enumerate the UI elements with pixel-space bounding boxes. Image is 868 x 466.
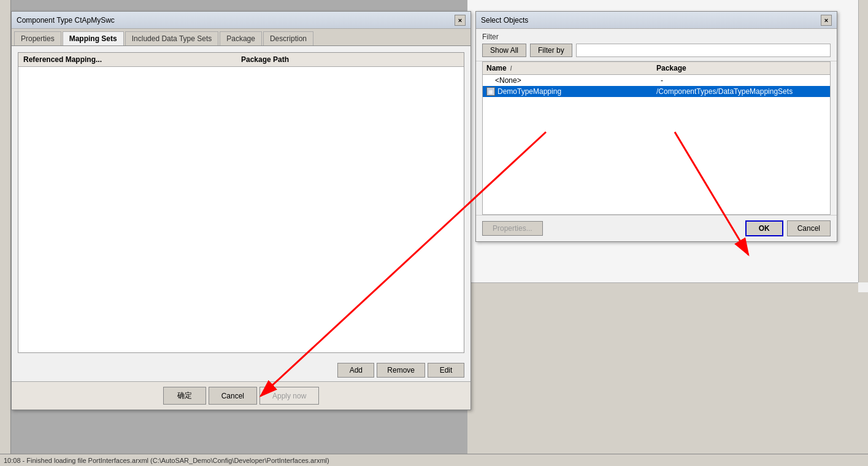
col-name-header: Name / (486, 64, 656, 72)
cancel-select-button[interactable]: Cancel (787, 220, 831, 236)
status-bar: 10:08 - Finished loading file PortInterf… (0, 454, 868, 466)
obj-row-pkg-selected: /ComponentTypes/DataTypeMappingSets (656, 87, 826, 96)
select-objects-titlebar: Select Objects × (476, 12, 837, 29)
component-dialog-titlebar: Component Type CtApMySwc × (12, 12, 470, 29)
obj-row-pkg: - (661, 76, 826, 85)
obj-row-name-selected: ▦ DemoTypeMapping (486, 87, 656, 96)
table-row[interactable]: ▦ DemoTypeMapping /ComponentTypes/DataTy… (483, 86, 830, 97)
filter-row: Show All Filter by (482, 44, 831, 57)
select-objects-title: Select Objects (481, 16, 528, 25)
tab-properties[interactable]: Properties (14, 31, 61, 45)
edit-button[interactable]: Edit (428, 363, 464, 378)
select-objects-close-button[interactable]: × (821, 15, 832, 26)
bottom-area: ◀ ▶ Sheet1 (467, 292, 868, 466)
apply-now-button[interactable]: Apply now (259, 387, 319, 405)
confirm-button[interactable]: 确定 (163, 387, 206, 405)
show-all-button[interactable]: Show All (482, 44, 526, 57)
component-dialog-close-button[interactable]: × (455, 15, 466, 26)
ok-cancel-buttons: OK Cancel (745, 220, 831, 236)
filter-section: Filter Show All Filter by (476, 29, 837, 61)
tab-mapping-sets[interactable]: Mapping Sets (63, 31, 124, 45)
tab-package[interactable]: Package (220, 31, 262, 45)
mapping-table: Referenced Mapping... Package Path (18, 52, 464, 353)
mapping-col1-header: Referenced Mapping... (23, 55, 241, 64)
cancel-footer-button[interactable]: Cancel (209, 387, 257, 405)
col-package-header: Package (656, 64, 826, 72)
properties-button[interactable]: Properties... (482, 221, 543, 236)
table-row[interactable]: <None> - (483, 75, 830, 86)
mapping-col2-header: Package Path (241, 55, 459, 64)
add-button[interactable]: Add (337, 363, 374, 378)
left-sidebar (0, 0, 11, 466)
horizontal-scrollbar[interactable] (467, 282, 858, 292)
component-dialog-content: Referenced Mapping... Package Path (12, 46, 470, 359)
obj-type-icon: ▦ (486, 87, 495, 96)
filter-by-button[interactable]: Filter by (530, 44, 572, 57)
ok-button[interactable]: OK (745, 220, 783, 236)
select-objects-dialog: Select Objects × Filter Show All Filter … (475, 11, 837, 242)
filter-input[interactable] (576, 44, 831, 57)
mapping-table-body (18, 67, 464, 349)
mapping-action-buttons: Add Remove Edit (12, 359, 470, 381)
mapping-table-header: Referenced Mapping... Package Path (18, 53, 464, 67)
component-type-dialog: Component Type CtApMySwc × Properties Ma… (11, 11, 471, 410)
right-scrollbar[interactable] (858, 0, 868, 282)
tab-description[interactable]: Description (263, 31, 313, 45)
filter-label: Filter (482, 33, 831, 41)
tab-included-data-type-sets[interactable]: Included Data Type Sets (125, 31, 219, 45)
obj-row-name: <None> (495, 76, 661, 85)
remove-button[interactable]: Remove (377, 363, 425, 378)
component-dialog-title: Component Type CtApMySwc (17, 16, 115, 25)
status-text: 10:08 - Finished loading file PortInterf… (4, 457, 329, 464)
objects-table: Name / Package <None> - ▦ DemoTypeMappin… (482, 61, 831, 215)
sort-indicator: / (510, 65, 512, 72)
objects-table-header: Name / Package (483, 62, 830, 75)
component-dialog-tabs: Properties Mapping Sets Included Data Ty… (12, 29, 470, 46)
component-dialog-footer: 确定 Cancel Apply now (12, 381, 470, 410)
select-dialog-footer: Properties... OK Cancel (476, 215, 837, 241)
